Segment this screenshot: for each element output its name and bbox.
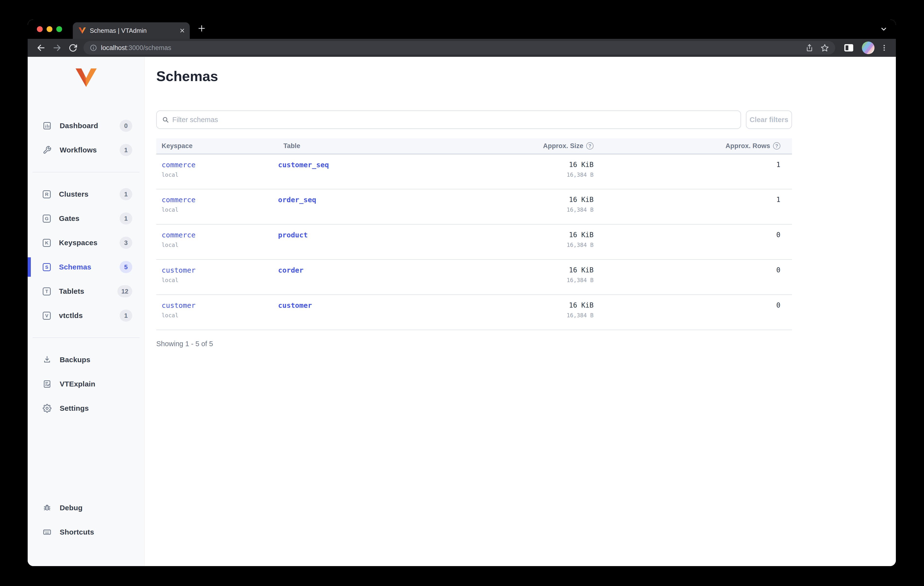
browser-menu-icon[interactable]	[880, 44, 888, 52]
sidebar: Dashboard 0 Workflows 1 R Clusters	[28, 57, 145, 566]
keyspace-link[interactable]: customer	[162, 266, 196, 274]
filter-input-wrapper	[156, 111, 741, 129]
approx-rows: 0	[598, 224, 792, 260]
bookmark-star-icon[interactable]	[821, 44, 829, 52]
filter-schemas-input[interactable]	[172, 116, 735, 124]
sidebar-spacer	[28, 423, 144, 498]
table-row: commerce local product 16 KiB 16,384 B 0	[156, 224, 792, 260]
sidebar-item-tablets[interactable]: T Tablets 12	[28, 281, 144, 301]
approx-rows: 0	[598, 295, 792, 330]
table-link[interactable]: corder	[278, 266, 304, 274]
search-icon	[162, 116, 169, 123]
browser-tab[interactable]: Schemas | VTAdmin	[73, 22, 190, 39]
cluster-label: local	[162, 277, 278, 283]
size-bytes: 16,384 B	[438, 312, 594, 319]
traffic-lights	[37, 26, 62, 32]
table-row: commerce local customer_seq 16 KiB 16,38…	[156, 154, 792, 189]
sidebar-item-label: Dashboard	[60, 122, 98, 130]
profile-avatar[interactable]	[862, 41, 874, 54]
sidebar-item-label: Settings	[60, 404, 89, 412]
sidebar-item-settings[interactable]: Settings	[28, 399, 144, 418]
url-bar[interactable]: localhost:3000/schemas	[84, 41, 835, 55]
site-info-icon[interactable]	[90, 44, 97, 51]
sidebar-item-dashboard[interactable]: Dashboard 0	[28, 116, 144, 136]
table-link[interactable]: product	[278, 231, 308, 239]
sidebar-item-label: Clusters	[59, 190, 89, 198]
keyspace-link[interactable]: commerce	[162, 161, 196, 169]
vtctlds-letter-icon: V	[43, 312, 51, 320]
close-window-button[interactable]	[37, 26, 43, 32]
url-path: :3000/schemas	[127, 44, 171, 51]
new-tab-button[interactable]	[198, 24, 206, 33]
sidebar-item-schemas[interactable]: S Schemas 5	[28, 257, 144, 277]
keyspace-link[interactable]: commerce	[162, 196, 196, 204]
share-icon[interactable]	[805, 44, 813, 52]
table-header-row: Keyspace Table Approx. Size? Approx. Row…	[156, 138, 792, 154]
sidebar-item-label: Shortcuts	[60, 528, 94, 536]
url-text: localhost:3000/schemas	[101, 44, 171, 52]
sidebar-divider	[33, 338, 140, 338]
tab-search-chevron-icon[interactable]	[880, 25, 888, 33]
approx-rows: 1	[598, 189, 792, 224]
tablets-letter-icon: T	[43, 287, 51, 295]
zoom-window-button[interactable]	[56, 26, 62, 32]
wrench-icon	[43, 146, 51, 154]
approx-size: 16 KiB	[438, 301, 594, 310]
minimize-window-button[interactable]	[46, 26, 53, 32]
sidebar-item-shortcuts[interactable]: Shortcuts	[28, 522, 144, 542]
gates-letter-icon: G	[43, 215, 51, 223]
document-check-icon	[43, 380, 51, 388]
keyspace-link[interactable]: customer	[162, 301, 196, 310]
vitess-favicon	[79, 27, 86, 34]
clusters-letter-icon: R	[43, 190, 51, 198]
sidebar-item-debug[interactable]: Debug	[28, 498, 144, 518]
sidebar-item-label: Debug	[60, 504, 82, 512]
omnibox-actions	[805, 44, 829, 52]
table-row: customer local corder 16 KiB 16,384 B 0	[156, 260, 792, 295]
sidebar-item-label: Schemas	[59, 263, 91, 271]
sidebar-item-label: Backups	[60, 356, 90, 364]
sidebar-item-workflows[interactable]: Workflows 1	[28, 140, 144, 160]
cluster-label: local	[162, 242, 278, 248]
vitess-logo	[76, 68, 97, 87]
approx-size: 16 KiB	[438, 231, 594, 239]
sidebar-item-label: Gates	[59, 214, 79, 223]
sidebar-item-keyspaces[interactable]: K Keyspaces 3	[28, 233, 144, 252]
sidebar-item-gates[interactable]: G Gates 1	[28, 209, 144, 228]
count-badge: 1	[120, 212, 132, 225]
cluster-label: local	[162, 312, 278, 319]
count-badge: 3	[120, 237, 132, 249]
clear-filters-button[interactable]: Clear filters	[746, 111, 792, 129]
table-link[interactable]: customer	[278, 301, 312, 310]
table-row: commerce local order_seq 16 KiB 16,384 B…	[156, 189, 792, 224]
approx-rows: 0	[598, 260, 792, 295]
table-link[interactable]: order_seq	[278, 196, 316, 204]
cluster-label: local	[162, 206, 278, 213]
keyspaces-letter-icon: K	[43, 239, 51, 247]
rows-help-icon[interactable]: ?	[773, 142, 780, 149]
vtadmin-app: Dashboard 0 Workflows 1 R Clusters	[28, 57, 896, 566]
size-bytes: 16,384 B	[438, 277, 594, 283]
page-title: Schemas	[156, 68, 792, 85]
tab-close-icon[interactable]	[180, 28, 185, 33]
sidebar-item-clusters[interactable]: R Clusters 1	[28, 184, 144, 204]
filter-row: Clear filters	[156, 111, 792, 129]
size-help-icon[interactable]: ?	[586, 142, 594, 149]
main-content: Schemas Clear filters	[145, 57, 896, 566]
count-badge: 1	[120, 310, 132, 322]
side-panel-icon[interactable]	[844, 44, 854, 52]
table-link[interactable]: customer_seq	[278, 161, 329, 169]
column-header-table: Table	[278, 138, 438, 154]
bug-icon	[43, 503, 51, 512]
tab-title: Schemas | VTAdmin	[90, 27, 176, 35]
keyspace-link[interactable]: commerce	[162, 231, 196, 239]
back-icon[interactable]	[36, 43, 46, 53]
sidebar-divider	[33, 172, 140, 172]
size-bytes: 16,384 B	[438, 171, 594, 178]
column-header-rows: Approx. Rows?	[598, 138, 792, 154]
sidebar-item-backups[interactable]: Backups	[28, 350, 144, 369]
forward-icon[interactable]	[53, 43, 62, 53]
reload-icon[interactable]	[68, 43, 77, 52]
sidebar-item-vtexplain[interactable]: VTExplain	[28, 374, 144, 394]
sidebar-item-vtctlds[interactable]: V vtctlds 1	[28, 306, 144, 325]
